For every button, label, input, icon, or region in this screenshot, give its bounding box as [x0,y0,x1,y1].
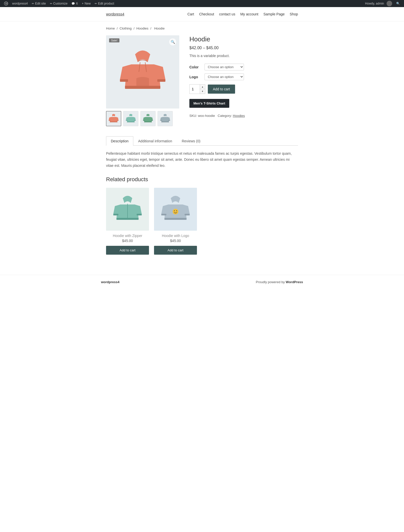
admin-bar-site-name[interactable]: wordpress4 [10,0,30,7]
site-header: wordpress4 Cart Checkout contact us My a… [0,7,404,21]
zoom-icon[interactable]: 🔍 [169,38,176,45]
admin-bar-customize[interactable]: ✏ Customize [48,0,70,7]
logo-select[interactable]: Choose an option Yes No [205,73,244,80]
breadcrumb-current: Hoodie [154,26,165,30]
svg-rect-11 [126,120,128,121]
breadcrumb: Home / Clothing / Hoodies / Hoodie [106,26,298,30]
admin-bar: W wordpress4 ✏ Edit site ✏ Customize 💬 6… [0,0,404,7]
product-card-title-logo: Hoodie with Logo [154,234,197,238]
nav-checkout[interactable]: Checkout [199,12,214,16]
products-grid: Hoodie with Zipper $45.00 Add to cart [106,188,298,255]
product-meta: SKU: woo-hoodie Category: Hoodies [189,113,298,119]
nav-cart[interactable]: Cart [187,12,194,16]
svg-rect-27 [161,214,166,216]
category-link[interactable]: Hoodies [233,114,245,118]
sale-badge: Sale! [109,38,119,42]
product-description: This is a variable product. [189,53,298,59]
magnifier-icon: 🔍 [171,40,175,44]
tab-additional-information[interactable]: Additional information [133,136,177,146]
add-to-cart-logo[interactable]: Add to cart [154,246,197,255]
svg-rect-12 [134,120,136,121]
admin-bar-new[interactable]: + New [80,0,93,7]
svg-point-25 [176,210,177,211]
main-content: Home / Clothing / Hoodies / Hoodie Sale!… [101,21,303,265]
tab-description[interactable]: Description [106,136,133,146]
logo-variation-row: Logo Choose an option Yes No [189,73,298,80]
tabs-section: Description Additional information Revie… [106,136,298,169]
svg-rect-13 [144,122,152,122]
svg-rect-28 [185,214,190,216]
add-to-cart-button[interactable]: Add to cart [208,85,235,94]
sku-label: SKU: [189,114,197,118]
svg-rect-8 [109,120,111,121]
add-to-cart-zipper[interactable]: Add to cart [106,246,149,255]
svg-rect-22 [137,214,142,216]
svg-point-24 [174,210,175,211]
svg-rect-15 [151,120,153,121]
related-products: Related products [106,176,298,255]
svg-rect-10 [127,122,135,122]
admin-bar-edit-product[interactable]: ✏ Edit product [93,0,116,7]
svg-rect-7 [110,122,117,122]
nav-shop[interactable]: Shop [290,12,298,16]
main-product-image [106,35,179,109]
product-section: Sale! 🔍 [106,35,298,126]
product-image-logo[interactable] [154,188,197,231]
site-footer: wordpress4 Proudly powered by WordPress [0,275,404,289]
svg-rect-5 [120,79,128,82]
nav-contact[interactable]: contact us [219,12,235,16]
nav-my-account[interactable]: My account [240,12,259,16]
svg-rect-4 [125,86,160,89]
svg-rect-18 [168,120,170,121]
svg-point-23 [173,209,179,215]
category-label: Category: [218,114,232,118]
logo-label: Logo [189,75,202,79]
svg-text:W: W [5,2,8,5]
product-card-title-zipper: Hoodie with Zipper [106,234,149,238]
breadcrumb-clothing[interactable]: Clothing [120,26,132,30]
thumbnail-salmon[interactable] [106,111,121,126]
thumbnail-green[interactable] [140,111,156,126]
svg-rect-21 [113,214,118,216]
quantity-up[interactable]: ▲ [200,85,205,89]
svg-rect-14 [143,120,145,121]
product-card-logo: Hoodie with Logo $45.00 Add to cart [154,188,197,255]
product-image-zipper[interactable] [106,188,149,231]
search-icon: 🔍 [396,2,400,5]
svg-rect-26 [164,218,187,220]
quantity-input[interactable] [190,85,200,94]
product-card-zipper: Hoodie with Zipper $45.00 Add to cart [106,188,149,255]
quantity-wrapper: ▲ ▼ [189,84,205,94]
thumbnails [106,111,179,126]
product-info: Hoodie $42.00 – $45.00 This is a variabl… [189,35,298,126]
site-title[interactable]: wordpress4 [106,12,124,16]
quantity-down[interactable]: ▼ [200,89,205,94]
admin-bar-comments[interactable]: 💬 6 [69,0,80,7]
svg-rect-20 [116,218,139,220]
color-variation-row: Color Choose an option Blue Green Red [189,64,298,70]
svg-rect-17 [160,120,162,121]
related-products-heading: Related products [106,176,298,183]
admin-bar-search[interactable]: 🔍 [394,2,402,5]
product-images: Sale! 🔍 [106,35,179,126]
svg-rect-9 [117,120,119,121]
tab-reviews[interactable]: Reviews (0) [177,136,205,146]
tab-description-content: Pellentesque habitant morbi tristique se… [106,151,298,169]
admin-bar-howdy[interactable]: Howdy, admin [363,1,394,6]
product-card-price-zipper: $45.00 [106,239,149,243]
site-nav: Cart Checkout contact us My account Samp… [187,12,298,16]
product-price: $42.00 – $45.00 [189,46,298,50]
breadcrumb-home[interactable]: Home [106,26,115,30]
thumbnail-gray[interactable] [158,111,173,126]
footer-wordpress-link[interactable]: WordPress [286,280,303,284]
footer-site-title[interactable]: wordpress4 [101,280,119,284]
nav-sample-page[interactable]: Sample Page [263,12,285,16]
admin-bar-wp-logo[interactable]: W [2,0,10,7]
size-chart-button[interactable]: Men's T-Shirts Chart [189,99,229,108]
sku-value: woo-hoodie [198,114,215,118]
color-select[interactable]: Choose an option Blue Green Red [205,64,244,70]
thumbnail-teal[interactable] [123,111,138,126]
svg-rect-6 [157,79,165,82]
breadcrumb-hoodies[interactable]: Hoodies [136,26,148,30]
admin-bar-edit-site[interactable]: ✏ Edit site [30,0,48,7]
